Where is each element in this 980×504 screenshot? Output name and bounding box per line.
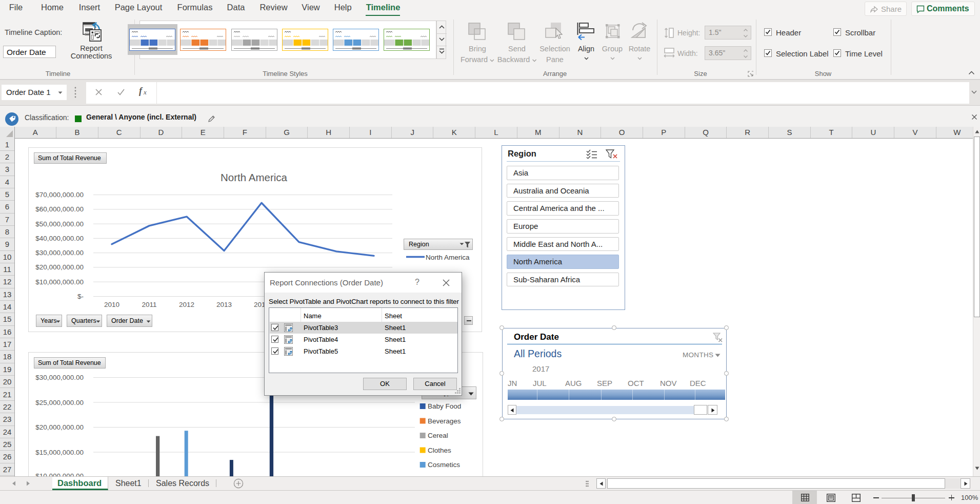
svg-text:$50,000,000.00: $50,000,000.00 <box>35 220 84 228</box>
svg-text:$-: $- <box>77 293 84 300</box>
svg-text:$20,000,000.00: $20,000,000.00 <box>35 263 84 271</box>
svg-text:$30,000,000.00: $30,000,000.00 <box>35 249 84 257</box>
svg-text:Baby Food: Baby Food <box>428 402 461 410</box>
svg-text:North America: North America <box>221 171 287 183</box>
svg-text:2013: 2013 <box>216 301 232 308</box>
svg-text:$20,000,000.00: $20,000,000.00 <box>35 423 84 431</box>
svg-text:Beverages: Beverages <box>428 417 461 425</box>
svg-text:North America: North America <box>426 254 470 261</box>
svg-text:$15,000,000.00: $15,000,000.00 <box>35 449 84 456</box>
svg-text:2012: 2012 <box>179 301 194 308</box>
svg-text:$25,000,000.00: $25,000,000.00 <box>35 399 84 406</box>
svg-text:$70,000,000.00: $70,000,000.00 <box>35 191 84 199</box>
svg-text:Cereal: Cereal <box>428 432 448 439</box>
svg-text:$10,000,000.00: $10,000,000.00 <box>35 278 84 286</box>
svg-text:$30,000,000.00: $30,000,000.00 <box>35 374 84 381</box>
svg-text:$10,000,000.00: $10,000,000.00 <box>35 472 84 476</box>
svg-text:2010: 2010 <box>104 301 119 308</box>
svg-text:Clothes: Clothes <box>428 447 451 454</box>
svg-text:Cosmetics: Cosmetics <box>428 461 460 469</box>
svg-text:$60,000,000.00: $60,000,000.00 <box>35 205 84 213</box>
svg-text:2011: 2011 <box>142 301 156 308</box>
svg-text:$40,000,000.00: $40,000,000.00 <box>35 235 84 242</box>
